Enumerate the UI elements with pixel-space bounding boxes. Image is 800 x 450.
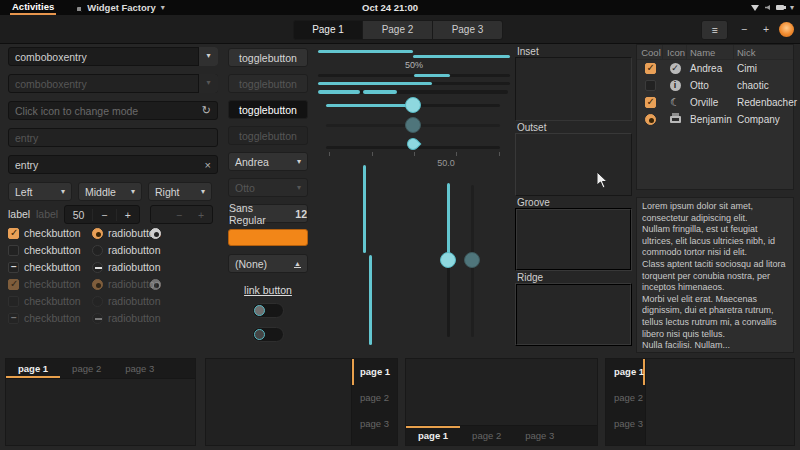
- column-header-icon[interactable]: Icon: [663, 45, 687, 60]
- tab-page3[interactable]: page 3: [352, 411, 397, 437]
- switch-knob: [254, 329, 265, 340]
- combo-left[interactable]: Left ▾: [8, 182, 72, 201]
- notebook-content: [206, 359, 351, 445]
- page-switcher: Page 1 Page 2 Page 3: [293, 20, 503, 40]
- treeview[interactable]: Cool Icon Name Nick ✓ Andrea Cimi i Otto…: [636, 44, 794, 190]
- hscale-marks-handle[interactable]: [405, 136, 422, 153]
- spin-minus-button[interactable]: −: [92, 209, 115, 221]
- checkbox-checked-icon[interactable]: [645, 63, 656, 74]
- checkbox-checked-icon[interactable]: [8, 228, 19, 239]
- color-button[interactable]: [228, 229, 308, 246]
- hamburger-menu-button[interactable]: ≡: [701, 20, 728, 40]
- radio-checked-icon[interactable]: [92, 228, 103, 239]
- tab-page3[interactable]: page 3: [513, 426, 566, 445]
- printer-icon: [670, 116, 681, 123]
- textview[interactable]: Lorem ipsum dolor sit amet, consectetur …: [636, 197, 794, 353]
- tab-page3[interactable]: page 3: [113, 359, 166, 378]
- app-icon: [74, 4, 82, 12]
- file-chooser-button[interactable]: (None) ▲: [228, 254, 308, 273]
- radio-unchecked-icon[interactable]: [92, 245, 103, 256]
- radiobutton-unchecked-disabled: radiobutton: [92, 295, 161, 307]
- column-header-cool[interactable]: Cool: [637, 45, 663, 60]
- checkbutton-label: checkbutton: [24, 261, 81, 273]
- tab-page1[interactable]: page 1: [606, 359, 645, 385]
- moon-icon: ☾: [670, 97, 680, 108]
- tab-page2[interactable]: page 2: [460, 426, 513, 445]
- togglebutton-active[interactable]: togglebutton: [228, 100, 308, 119]
- tab-page-2[interactable]: Page 2: [363, 20, 433, 40]
- notebook-content: [406, 359, 597, 425]
- chevron-down-icon: ▾: [161, 3, 165, 12]
- scale-mark: [372, 152, 373, 156]
- checkbutton-unchecked[interactable]: checkbutton: [8, 244, 81, 256]
- app-menu-button[interactable]: Widget Factory ▾: [74, 2, 165, 13]
- label-disabled: label: [36, 208, 58, 220]
- radiobutton-indeterminate[interactable]: radiobutton: [92, 261, 161, 273]
- checkbox-unchecked-icon[interactable]: [645, 80, 656, 91]
- combo-right-value: Right: [155, 186, 180, 198]
- window-close-button[interactable]: [779, 22, 794, 37]
- hscale-slider-handle[interactable]: [405, 97, 421, 113]
- mode-entry[interactable]: Click icon to change mode ↻: [8, 101, 218, 120]
- system-status-area[interactable]: ▾: [751, 3, 794, 12]
- eject-icon: ▲: [294, 260, 301, 268]
- scale-mark: [456, 152, 457, 156]
- tab-page-3[interactable]: Page 3: [433, 20, 503, 40]
- tab-page2[interactable]: page 2: [60, 359, 113, 378]
- table-row[interactable]: ☾ Orville Redenbacher: [637, 94, 793, 111]
- spinbutton[interactable]: 50 − +: [64, 205, 140, 224]
- tab-page3[interactable]: page 3: [606, 411, 645, 437]
- vscale-disabled-handle: [464, 252, 480, 268]
- radiobutton-unchecked[interactable]: radiobutton: [92, 244, 161, 256]
- checkbutton-checked[interactable]: checkbutton: [8, 227, 81, 239]
- tab-page2[interactable]: page 2: [352, 385, 397, 411]
- checkbox-unchecked-icon[interactable]: [8, 245, 19, 256]
- checkbox-indeterminate-icon[interactable]: [8, 262, 19, 273]
- chevron-down-icon: ▾: [297, 183, 301, 192]
- tab-page-1[interactable]: Page 1: [293, 20, 363, 40]
- window-maximize-button[interactable]: +: [758, 20, 774, 40]
- checkbutton-indeterminate[interactable]: checkbutton: [8, 261, 81, 273]
- radio-standalone-icon[interactable]: [150, 228, 161, 239]
- comboboxentry[interactable]: comboboxentry ▾: [8, 47, 218, 66]
- entry[interactable]: entry ×: [8, 155, 218, 174]
- combo-middle[interactable]: Middle ▾: [78, 182, 142, 201]
- combo-right[interactable]: Right ▾: [148, 182, 212, 201]
- tab-page1[interactable]: page 1: [6, 359, 60, 378]
- tab-page2[interactable]: page 2: [606, 385, 645, 411]
- table-row[interactable]: ✓ Andrea Cimi: [637, 60, 793, 77]
- checkbox-indeterminate-disabled-icon: [8, 313, 19, 324]
- togglebutton[interactable]: togglebutton: [228, 48, 308, 67]
- checkbox-checked-icon[interactable]: [645, 97, 656, 108]
- spin-plus-button[interactable]: +: [116, 209, 139, 221]
- link-button[interactable]: link button: [244, 284, 292, 296]
- activities-button[interactable]: Activities: [10, 1, 56, 15]
- combobox-names[interactable]: Andrea ▾: [228, 152, 308, 171]
- spinbutton-value[interactable]: 50: [65, 209, 92, 221]
- tab-page1[interactable]: page 1: [352, 359, 397, 385]
- radiobutton-standalone[interactable]: [150, 227, 161, 239]
- clear-icon[interactable]: ×: [205, 159, 211, 171]
- scale-mark: [499, 152, 500, 156]
- cell-nick: chaotic: [734, 80, 793, 91]
- tab-page1[interactable]: page 1: [406, 426, 460, 445]
- table-row[interactable]: i Otto chaotic: [637, 77, 793, 94]
- switch-off-disabled: [252, 327, 284, 342]
- cell-name: Andrea: [687, 63, 734, 74]
- window-minimize-button[interactable]: −: [736, 20, 752, 40]
- tabstrip-bottom: page 1 page 2 page 3: [406, 425, 597, 445]
- table-row[interactable]: Benjamin Company: [637, 111, 793, 128]
- radio-indeterminate-icon[interactable]: [92, 262, 103, 273]
- switch-off[interactable]: [252, 303, 284, 318]
- column-header-nick[interactable]: Nick: [734, 45, 793, 60]
- chevron-down-icon[interactable]: ▾: [198, 47, 218, 66]
- refresh-icon[interactable]: ↻: [202, 104, 211, 117]
- comboboxentry-disabled-value: comboboxentry: [15, 78, 194, 90]
- checkbutton-label: checkbutton: [24, 295, 81, 307]
- hscale-disabled-handle: [405, 117, 421, 133]
- vscale-slider-handle[interactable]: [440, 252, 456, 268]
- font-button[interactable]: Sans Regular 12: [228, 204, 308, 223]
- radio-checked-icon[interactable]: [645, 114, 656, 125]
- column-header-name[interactable]: Name: [687, 45, 734, 60]
- header-bar: Page 1 Page 2 Page 3 ≡ − +: [0, 15, 800, 44]
